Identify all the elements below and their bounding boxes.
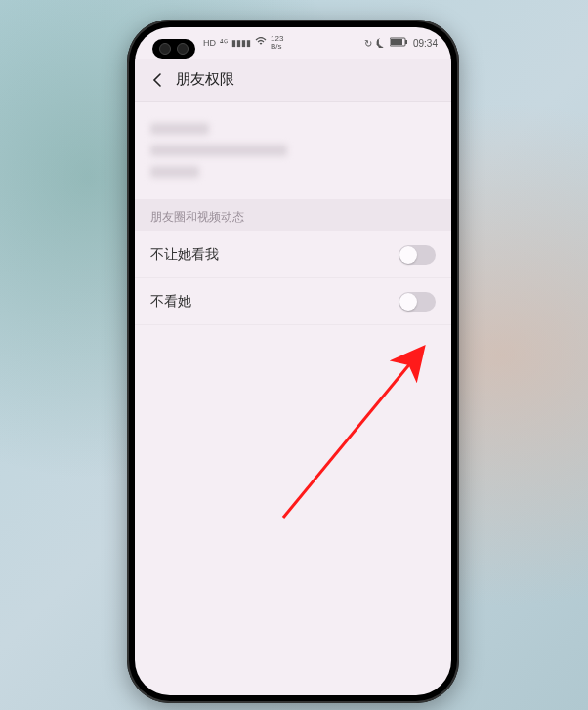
page-header: 朋友权限 (135, 59, 451, 102)
blurred-line (150, 145, 287, 156)
camera-punch-hole (152, 39, 195, 59)
back-button[interactable] (145, 66, 172, 94)
page-title: 朋友权限 (176, 70, 234, 89)
sync-icon: ↻ (364, 38, 372, 49)
blurred-line (150, 123, 209, 135)
toggle-knob (399, 246, 417, 264)
toggle-hide-her-posts[interactable] (399, 292, 436, 312)
battery-icon (390, 37, 409, 49)
clock-time: 09:34 (413, 38, 438, 49)
svg-rect-1 (405, 40, 407, 44)
hd-icon: HD (203, 38, 216, 48)
phone-screen: HD ⁴ᴳ ▮▮▮▮ 123B/s ↻ ⏾ 09:34 (135, 27, 451, 695)
row-label: 不让她看我 (150, 246, 219, 264)
status-right: ↻ ⏾ 09:34 (364, 37, 438, 49)
net-speed: 123B/s (271, 35, 283, 51)
toggle-knob (399, 293, 417, 311)
phone-frame: HD ⁴ᴳ ▮▮▮▮ 123B/s ↻ ⏾ 09:34 (127, 20, 459, 703)
status-left: HD ⁴ᴳ ▮▮▮▮ 123B/s (203, 35, 283, 51)
toggle-hide-my-posts[interactable] (399, 245, 436, 265)
row-hide-her-posts[interactable]: 不看她 (135, 278, 451, 325)
svg-rect-2 (391, 39, 402, 45)
blurred-line (150, 166, 199, 178)
row-hide-my-posts[interactable]: 不让她看我 (135, 231, 451, 278)
alarm-icon: ⏾ (376, 38, 386, 49)
signal-icon: ⁴ᴳ (220, 38, 228, 48)
section-header-moments: 朋友圈和视频动态 (135, 199, 451, 231)
row-label: 不看她 (150, 293, 191, 311)
blurred-section (135, 102, 451, 199)
signal-bars-icon: ▮▮▮▮ (231, 38, 251, 48)
wifi-icon (255, 37, 267, 49)
chevron-left-icon (150, 72, 166, 88)
